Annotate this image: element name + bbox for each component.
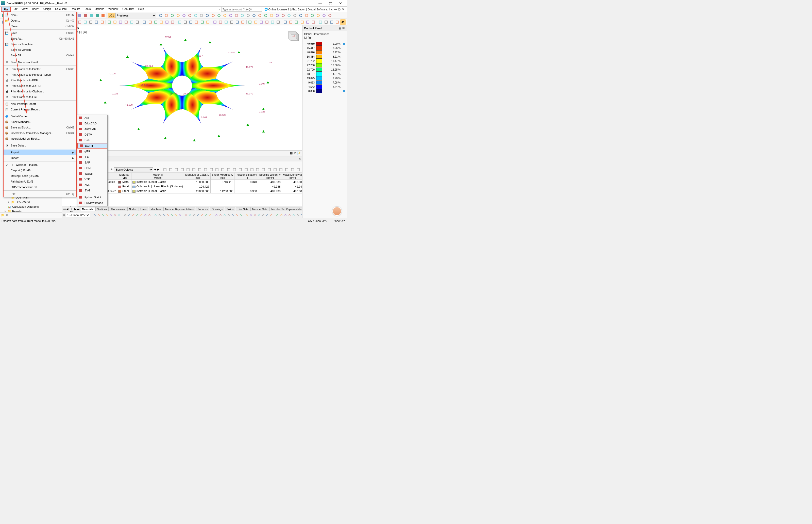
toolbar-btn-24[interactable] <box>298 13 304 18</box>
snap-tb-3[interactable] <box>105 212 108 218</box>
snap-tb-37[interactable] <box>254 212 256 218</box>
mat-tb-16[interactable] <box>255 167 260 173</box>
close2-icon[interactable]: ✕ <box>342 7 345 11</box>
menu-help[interactable]: Help <box>136 7 146 12</box>
tab-surfaces[interactable]: Surfaces <box>196 207 209 211</box>
snap-tb-19[interactable] <box>174 212 177 218</box>
file-menu-block-manager-[interactable]: 📦Block Manager... <box>3 119 76 125</box>
file-menu-print-graphics-to-clipboard[interactable]: 🖨Print Graphics to Clipboard <box>3 88 76 94</box>
snap-tb-39[interactable] <box>261 212 265 218</box>
toolbar-placeholder-13[interactable] <box>77 13 83 18</box>
toolbar-btn-2[interactable] <box>169 13 175 18</box>
toolbar2-btn-40[interactable] <box>235 19 240 25</box>
expander-icon[interactable]: > <box>4 210 7 212</box>
menu-insert[interactable]: Insert <box>30 7 40 12</box>
mat-tb-9[interactable] <box>215 167 220 173</box>
toolbar-btn-29[interactable] <box>327 13 333 18</box>
toolbar-btn-4[interactable] <box>181 13 187 18</box>
wand-icon[interactable]: ✎ <box>111 168 113 171</box>
file-menu-insert-model-as-block-[interactable]: 📦Insert Model as Block... <box>3 136 76 142</box>
tab-member-set-representatives[interactable]: Member Set Representatives <box>270 207 302 211</box>
mat-tb-17[interactable] <box>261 167 266 173</box>
toolbar2-btn-48[interactable] <box>283 19 288 25</box>
toolbar-placeholder-17[interactable] <box>100 13 106 18</box>
toolbar-btn-23[interactable] <box>292 13 298 18</box>
tab-solids[interactable]: Solids <box>225 207 235 211</box>
tab-sections[interactable]: Sections <box>96 207 108 211</box>
toolbar2-btn-43[interactable] <box>253 19 258 25</box>
snap-tb-42[interactable] <box>276 212 279 218</box>
snap-tb-43[interactable] <box>280 212 283 218</box>
snap-tb-14[interactable] <box>154 212 157 218</box>
snap-tb-25[interactable] <box>201 212 204 218</box>
snap-tb-46[interactable] <box>292 212 295 218</box>
snap-tb-26[interactable] <box>205 212 208 218</box>
mat-tb-23[interactable] <box>296 167 301 173</box>
file-menu-fahrbahn-us-rf6[interactable]: Fahrbahn (US).rf6 <box>3 179 76 184</box>
toolbar2-btn-27[interactable] <box>158 19 164 25</box>
toolbar2-btn-42[interactable] <box>248 19 253 25</box>
toolbar2-btn-24[interactable] <box>142 19 147 25</box>
snap-tb-17[interactable] <box>166 212 169 218</box>
snap-tb-38[interactable] <box>257 212 260 218</box>
mat-tb-12[interactable] <box>232 167 237 173</box>
file-menu-current-printout-report[interactable]: 📋Current Printout Report <box>3 107 76 112</box>
orientation-cube[interactable]: -X <box>285 28 300 43</box>
snap-tb-1[interactable] <box>97 212 100 218</box>
toolbar2-btn-46[interactable] <box>270 19 275 25</box>
toolbar-btn-6[interactable] <box>193 13 199 18</box>
export-ifc[interactable]: IFC <box>78 154 107 160</box>
toolbar-btn-21[interactable] <box>281 13 286 18</box>
toolbar2-btn-17[interactable] <box>100 19 105 25</box>
file-menu-base-data-[interactable]: ⚙Base Data... <box>3 143 76 148</box>
toolbar-btn-27[interactable] <box>316 13 321 18</box>
file-menu-save-all[interactable]: Save AllCtrl+A <box>3 52 76 58</box>
toolbar-btn-18[interactable] <box>263 13 269 18</box>
toolbar2-btn-34[interactable] <box>200 19 205 25</box>
file-menu-save-as-[interactable]: Save As...Ctrl+Shift+S <box>3 36 76 42</box>
mat-tb-14[interactable] <box>243 167 249 173</box>
snap-tb-10[interactable] <box>136 212 139 218</box>
snap-tb-8[interactable] <box>128 212 131 218</box>
toolbar-placeholder-16[interactable] <box>95 13 100 18</box>
tab-member-sets[interactable]: Member Sets <box>251 207 269 211</box>
toolbar2-btn-33[interactable] <box>194 19 199 25</box>
export-sdnf[interactable]: SDNF <box>78 165 107 171</box>
menu-results[interactable]: Results <box>69 7 82 12</box>
mat-tb-3[interactable] <box>180 167 185 173</box>
snap-tb-48[interactable] <box>300 212 302 218</box>
file-menu-print-graphics-to-printout-report[interactable]: 🖨Print Graphics to Printout Report <box>3 72 76 78</box>
toolbar2-btn-35[interactable] <box>205 19 210 25</box>
snap-tb-13[interactable] <box>148 212 151 218</box>
tab-nodes[interactable]: Nodes <box>128 207 138 211</box>
tab-materials[interactable]: Materials <box>80 207 95 211</box>
close-button[interactable]: ✕ <box>336 0 345 6</box>
toolbar2-btn-50[interactable] <box>294 19 299 25</box>
menu-view[interactable]: View <box>19 7 30 12</box>
mat-tb-18[interactable] <box>267 167 272 173</box>
file-menu-new-printout-report[interactable]: 📋New Printout Report <box>3 101 76 107</box>
assistant-avatar[interactable] <box>333 207 341 216</box>
snap-tb-9[interactable] <box>132 212 135 218</box>
snap-tb-5[interactable] <box>114 212 117 218</box>
export-asf[interactable]: ASF <box>78 115 107 120</box>
mat-tb-19[interactable] <box>273 167 277 173</box>
tree-calculation-diagrams[interactable]: 📊Calculation Diagrams <box>1 204 61 209</box>
basic-dropdown[interactable]: Basic Objects <box>114 167 153 172</box>
toolbar-btn-3[interactable] <box>175 13 181 18</box>
nav-right2-icon[interactable]: ▶ <box>157 168 159 171</box>
toolbar2-btn-52[interactable] <box>305 19 310 25</box>
tab-openings[interactable]: Openings <box>210 207 224 211</box>
toolbar2-btn-26[interactable] <box>153 19 158 25</box>
file-menu-print-graphics-to-printer[interactable]: 🖨Print Graphics to PrinterCtrl+P <box>3 66 76 72</box>
toolbar2-btn-19[interactable] <box>112 19 118 25</box>
mat-tb-22[interactable] <box>290 167 295 173</box>
menu-options[interactable]: Options <box>92 7 106 12</box>
snap-tb-35[interactable] <box>246 212 249 218</box>
snap-tb-44[interactable] <box>284 212 287 218</box>
js-button[interactable]: JS <box>340 19 345 25</box>
menu-assign[interactable]: Assign <box>40 7 53 12</box>
next-page-icon[interactable]: ▶ <box>74 208 77 211</box>
toolbar-btn-9[interactable] <box>210 13 216 18</box>
mat-tb-5[interactable] <box>191 167 197 173</box>
